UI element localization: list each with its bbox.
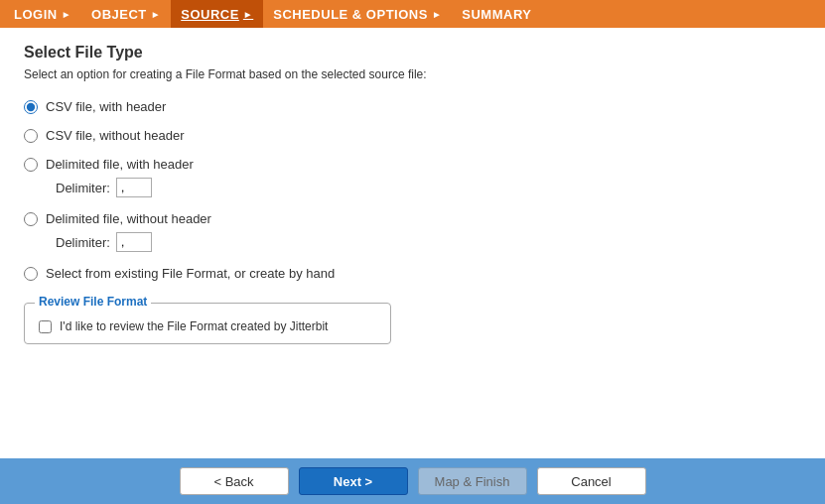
- back-button[interactable]: < Back: [180, 467, 289, 495]
- object-chevron-icon: ►: [151, 9, 161, 20]
- radio-csv-header[interactable]: [24, 100, 38, 114]
- page-subtitle: Select an option for creating a File For…: [24, 67, 801, 81]
- radio-csv-no-header[interactable]: [24, 129, 38, 143]
- nav-summary[interactable]: SUMMARY: [452, 0, 541, 28]
- nav-object[interactable]: OBJECT ►: [81, 0, 171, 28]
- option-csv-no-header[interactable]: CSV file, without header: [24, 128, 801, 143]
- delimiter-row-1: Delimiter:: [56, 178, 801, 197]
- review-checkbox-row[interactable]: I'd like to review the File Format creat…: [39, 319, 376, 333]
- nav-login[interactable]: LOGIN ►: [4, 0, 81, 28]
- review-checkbox-label[interactable]: I'd like to review the File Format creat…: [60, 319, 328, 333]
- page-title: Select File Type: [24, 44, 801, 62]
- nav-source[interactable]: SOURCE ►: [171, 0, 263, 28]
- cancel-button[interactable]: Cancel: [537, 467, 646, 495]
- label-csv-no-header[interactable]: CSV file, without header: [46, 128, 184, 143]
- next-button[interactable]: Next >: [299, 467, 408, 495]
- nav-schedule[interactable]: SCHEDULE & OPTIONS ►: [263, 0, 452, 28]
- radio-select-existing[interactable]: [24, 267, 38, 281]
- bottom-bar: < Back Next > Map & Finish Cancel: [0, 458, 825, 504]
- review-box-legend: Review File Format: [35, 295, 151, 309]
- option-delim-header[interactable]: Delimited file, with header: [24, 157, 801, 172]
- label-delim-header[interactable]: Delimited file, with header: [46, 157, 194, 172]
- delimiter-input-1[interactable]: [116, 178, 152, 197]
- radio-delim-header[interactable]: [24, 158, 38, 172]
- schedule-chevron-icon: ►: [432, 9, 442, 20]
- map-finish-button[interactable]: Map & Finish: [418, 467, 527, 495]
- source-chevron-icon: ►: [243, 9, 253, 20]
- option-select-existing[interactable]: Select from existing File Format, or cre…: [24, 266, 801, 281]
- delimiter-input-2[interactable]: [116, 232, 152, 252]
- label-select-existing[interactable]: Select from existing File Format, or cre…: [46, 266, 335, 281]
- label-csv-header[interactable]: CSV file, with header: [46, 99, 166, 114]
- label-delim-no-header[interactable]: Delimited file, without header: [46, 211, 211, 226]
- delimiter-label-2: Delimiter:: [56, 235, 110, 250]
- radio-delim-no-header[interactable]: [24, 212, 38, 226]
- review-file-format-box: Review File Format I'd like to review th…: [24, 303, 391, 344]
- option-csv-header[interactable]: CSV file, with header: [24, 99, 801, 114]
- top-nav: LOGIN ► OBJECT ► SOURCE ► SCHEDULE & OPT…: [0, 0, 825, 28]
- delimiter-label-1: Delimiter:: [56, 181, 110, 195]
- login-chevron-icon: ►: [62, 9, 71, 20]
- delimiter-row-2: Delimiter:: [56, 232, 801, 252]
- main-content: Select File Type Select an option for cr…: [0, 28, 825, 458]
- review-checkbox[interactable]: [39, 320, 52, 333]
- option-delim-no-header[interactable]: Delimited file, without header: [24, 211, 801, 226]
